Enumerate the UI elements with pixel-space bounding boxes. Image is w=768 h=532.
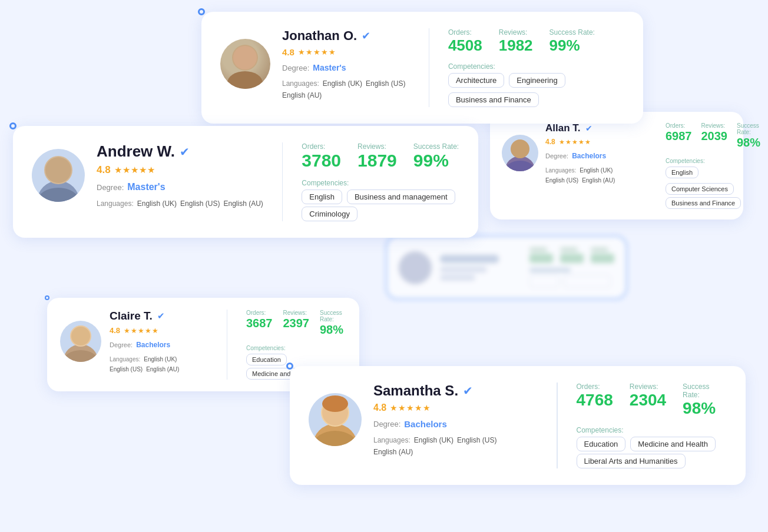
allan-degree-label: Degree:: [545, 152, 568, 159]
scene: Jonathan O. ✔ 4.8 ★★★★★ Degree: Master's…: [0, 0, 768, 532]
claire-tags: Education: [246, 354, 346, 365]
samantha-tag-0: Education: [577, 437, 626, 451]
claire-success-label: Success Rate:: [320, 310, 346, 322]
samantha-divider: [557, 383, 557, 468]
allan-tag-1: Computer Sciences: [666, 183, 734, 195]
avatar-samantha: [309, 393, 362, 446]
andrew-tags: English Business and management: [302, 189, 459, 204]
profile-allan: Allan T. ✔ 4.8 ★★★★★ Degree: Bachelors L…: [545, 122, 628, 184]
samantha-tags-2: Liberal Arts and Humanities: [577, 454, 727, 468]
claire-reviews-label: Reviews:: [283, 310, 310, 316]
allan-lang-0: English (UK): [580, 167, 613, 174]
jonathan-lang-2: English (AU): [282, 91, 322, 99]
jonathan-stats: Orders: 4508 Reviews: 1982 Success Rate:…: [448, 28, 624, 107]
andrew-success: 99%: [413, 152, 459, 169]
samantha-tag-2: Liberal Arts and Humanities: [577, 454, 686, 468]
card-blurred-mid: [386, 235, 627, 300]
jonathan-lang-label: Languages:: [282, 79, 319, 88]
allan-tag-2: Business and Finance: [666, 197, 741, 209]
claire-lang-0: English (UK): [144, 356, 177, 363]
jonathan-orders: 4508: [448, 38, 482, 53]
avatar-claire: [60, 321, 101, 362]
card-samantha-wrapper: Samantha S. ✔ 4.8 ★★★★★ Degree: Bachelor…: [286, 363, 293, 370]
jonathan-name: Jonathan O.: [282, 28, 357, 44]
profile-andrew: Andrew W. ✔ 4.8 ★★★★★ Degree: Master's L…: [97, 142, 263, 208]
jonathan-rating: 4.8: [282, 47, 294, 57]
jonathan-success-label: Success Rate:: [549, 28, 595, 36]
jonathan-lang-0: English (UK): [323, 79, 362, 88]
jonathan-tag-0: Architecture: [448, 73, 504, 88]
andrew-tag-0: English: [302, 189, 342, 204]
allan-reviews-label: Reviews:: [701, 122, 728, 129]
samantha-tag-1: Medicine and Health: [630, 437, 716, 451]
andrew-lang-label: Languages:: [97, 200, 134, 208]
andrew-degree: Master's: [127, 182, 165, 192]
andrew-success-label: Success Rate:: [413, 142, 459, 151]
samantha-orders-label: Orders:: [577, 383, 613, 391]
jonathan-tag-1: Engineering: [509, 73, 565, 88]
samantha-name: Samantha S.: [373, 383, 458, 399]
card-samantha: Samantha S. ✔ 4.8 ★★★★★ Degree: Bachelor…: [290, 366, 746, 485]
samantha-comp-label: Competencies:: [577, 426, 727, 434]
claire-reviews: 2397: [283, 317, 310, 329]
claire-rating: 4.8: [110, 326, 120, 335]
svg-point-18: [322, 395, 348, 412]
jonathan-tag-2: Business and Finance: [448, 92, 539, 107]
andrew-orders-label: Orders:: [302, 142, 341, 151]
samantha-lang-2: English (AU): [373, 448, 413, 456]
jonathan-degree: Master's: [313, 63, 346, 72]
allan-rating: 4.8: [545, 138, 555, 146]
claire-comp-label: Competencies:: [246, 345, 346, 351]
samantha-degree-label: Degree:: [373, 420, 400, 428]
card-andrew: Andrew W. ✔ 4.8 ★★★★★ Degree: Master's L…: [13, 126, 478, 238]
allan-name: Allan T.: [545, 122, 581, 134]
allan-orders-label: Orders:: [666, 122, 692, 129]
andrew-tag-2: Criminology: [302, 207, 357, 221]
card-andrew-wrapper: Andrew W. ✔ 4.8 ★★★★★ Degree: Master's L…: [9, 122, 16, 129]
avatar-jonathan: [220, 39, 270, 89]
andrew-stars: ★★★★★: [114, 165, 155, 175]
samantha-lang-label: Languages:: [373, 436, 411, 444]
jonathan-stars: ★★★★★: [298, 48, 336, 56]
jonathan-reviews: 1982: [499, 38, 533, 53]
allan-success-label: Success Rate:: [737, 122, 760, 135]
card-jonathan-wrapper: Jonathan O. ✔ 4.8 ★★★★★ Degree: Master's…: [198, 8, 205, 15]
samantha-lang-1: English (US): [457, 436, 496, 444]
andrew-orders: 3780: [302, 152, 341, 169]
jonathan-divider: [429, 28, 429, 107]
jonathan-comp-label: Competencies:: [448, 62, 624, 71]
samantha-success: 98%: [683, 400, 727, 417]
andrew-degree-label: Degree:: [97, 183, 124, 192]
claire-degree-label: Degree:: [110, 341, 133, 348]
samantha-reviews: 2304: [630, 392, 666, 408]
claire-lang-1: English (US): [110, 366, 143, 373]
samantha-stars: ★★★★★: [390, 403, 431, 413]
jonathan-lang-1: English (US): [366, 79, 405, 88]
svg-point-12: [71, 327, 90, 345]
allan-comp-label: Competencies:: [666, 158, 760, 164]
allan-success: 98%: [737, 137, 760, 148]
claire-divider: [227, 310, 227, 380]
samantha-orders: 4768: [577, 392, 613, 408]
svg-point-2: [233, 46, 257, 69]
samantha-verified-icon: ✔: [463, 384, 473, 398]
allan-orders: 6987: [666, 130, 692, 142]
svg-point-8: [511, 139, 529, 158]
jonathan-verified-icon: ✔: [362, 29, 370, 42]
jonathan-tags: Architecture Engineering Business and Fi…: [448, 73, 624, 107]
jonathan-degree-label: Degree:: [282, 64, 309, 72]
claire-degree: Bachelors: [136, 341, 170, 349]
allan-lang-label: Languages:: [545, 167, 576, 174]
andrew-divider: [282, 142, 283, 221]
card-jonathan: Jonathan O. ✔ 4.8 ★★★★★ Degree: Master's…: [201, 12, 643, 124]
samantha-rating: 4.8: [373, 403, 386, 413]
claire-success: 98%: [320, 324, 346, 335]
andrew-stats: Orders: 3780 Reviews: 1879 Success Rate:…: [302, 142, 459, 221]
jonathan-reviews-label: Reviews:: [499, 28, 533, 36]
andrew-comp-label: Competencies:: [302, 179, 459, 187]
samantha-lang-0: English (UK): [414, 436, 453, 444]
profile-jonathan: Jonathan O. ✔ 4.8 ★★★★★ Degree: Master's…: [282, 28, 410, 99]
andrew-tag-1: Business and management: [347, 189, 455, 204]
andrew-reviews: 1879: [357, 152, 397, 169]
andrew-lang-1: English (US): [180, 200, 220, 208]
